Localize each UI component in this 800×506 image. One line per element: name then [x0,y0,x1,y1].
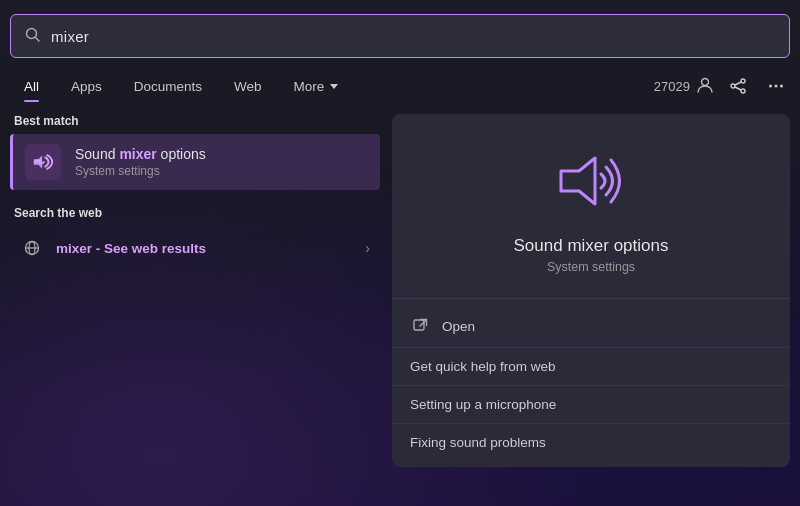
web-search-item[interactable]: mixer - See web results › [10,228,380,268]
user-count: 27029 [654,76,714,97]
fix-sound-action[interactable]: Fixing sound problems [392,424,790,461]
search-icon [25,27,41,46]
open-icon [410,316,430,336]
main-content: Best match Sound mixer options Syst [10,114,790,467]
svg-point-2 [702,78,709,85]
right-app-subtitle: System settings [547,260,635,274]
right-actions: Open Get quick help from web Setting up … [392,299,790,467]
open-label: Open [442,319,475,334]
big-sound-icon [551,146,631,220]
svg-point-9 [775,85,778,88]
tabs-right: 27029 [654,72,790,100]
tab-apps[interactable]: Apps [57,73,116,100]
best-match-item[interactable]: Sound mixer options System settings [10,134,380,190]
best-match-highlight: mixer [119,146,156,162]
tabs-row: All Apps Documents Web More 27029 [10,68,790,106]
tab-all[interactable]: All [10,73,53,100]
web-search-text: mixer - See web results [56,241,353,256]
sound-mixer-icon [25,144,61,180]
svg-point-5 [741,89,745,93]
web-arrow-icon: › [365,240,370,256]
tab-web[interactable]: Web [220,73,276,100]
best-match-subtitle: System settings [75,164,206,178]
setup-microphone-action[interactable]: Setting up a microphone [392,386,790,424]
web-query-highlight: mixer [56,241,92,256]
setup-microphone-label: Setting up a microphone [410,397,556,412]
search-web-label: Search the web [10,206,380,220]
search-bar[interactable]: mixer [10,14,790,58]
svg-point-10 [780,85,783,88]
svg-point-4 [731,84,735,88]
svg-line-6 [735,82,741,85]
quick-help-action[interactable]: Get quick help from web [392,348,790,386]
web-query-suffix: - See web results [92,241,206,256]
search-input[interactable]: mixer [51,28,775,45]
svg-line-1 [35,37,39,41]
svg-line-7 [735,87,741,90]
svg-marker-11 [34,156,42,169]
more-options-icon[interactable] [762,72,790,100]
best-match-text: Sound mixer options System settings [75,146,206,178]
quick-help-label: Get quick help from web [410,359,556,374]
right-app-title: Sound mixer options [514,236,669,256]
tab-more[interactable]: More [280,73,353,100]
best-match-label: Best match [10,114,380,128]
svg-rect-16 [414,320,424,330]
best-match-title: Sound mixer options [75,146,206,162]
web-search-icon [20,236,44,260]
svg-point-8 [769,85,772,88]
chevron-down-icon [330,84,338,89]
fix-sound-label: Fixing sound problems [410,435,546,450]
right-panel-top: Sound mixer options System settings [392,114,790,299]
right-panel: Sound mixer options System settings Open [392,114,790,467]
share-icon[interactable] [724,72,752,100]
user-icon [696,76,714,97]
left-panel: Best match Sound mixer options Syst [10,114,380,467]
svg-point-3 [741,79,745,83]
tab-documents[interactable]: Documents [120,73,216,100]
tabs-left: All Apps Documents Web More [10,73,352,100]
open-action[interactable]: Open [392,305,790,348]
svg-marker-15 [561,158,595,204]
